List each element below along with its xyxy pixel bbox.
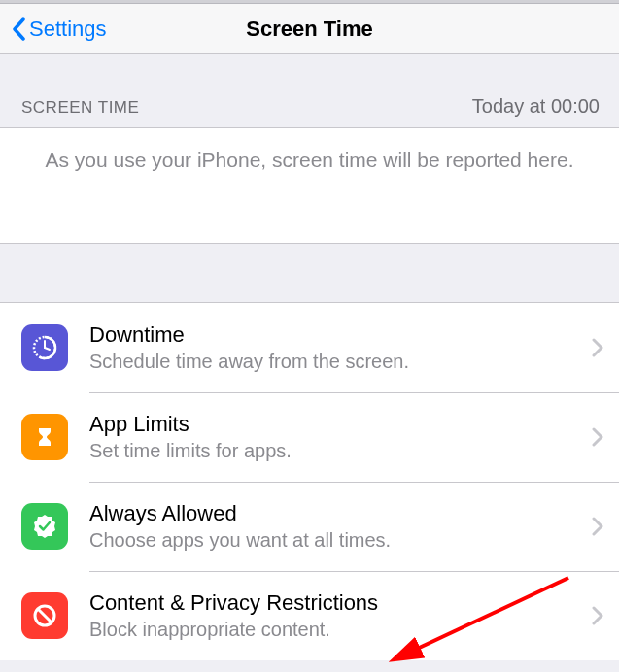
row-text: Downtime Schedule time away from the scr… xyxy=(89,322,582,373)
back-label: Settings xyxy=(29,17,107,42)
row-title: Content & Privacy Restrictions xyxy=(89,590,582,616)
chevron-right-icon xyxy=(592,606,603,625)
info-text: As you use your iPhone, screen time will… xyxy=(46,146,574,174)
navigation-bar: Settings Screen Time xyxy=(0,4,619,54)
row-content-privacy[interactable]: Content & Privacy Restrictions Block ina… xyxy=(0,571,619,660)
row-subtitle: Block inappropriate content. xyxy=(89,619,582,641)
row-always-allowed[interactable]: Always Allowed Choose apps you want at a… xyxy=(0,482,619,571)
row-text: Always Allowed Choose apps you want at a… xyxy=(89,501,582,552)
section-header-label: Screen Time xyxy=(21,98,139,118)
page-title: Screen Time xyxy=(246,17,372,42)
row-downtime[interactable]: Downtime Schedule time away from the scr… xyxy=(0,303,619,392)
row-subtitle: Choose apps you want at all times. xyxy=(89,529,582,552)
section-gap xyxy=(0,244,619,302)
row-text: Content & Privacy Restrictions Block ina… xyxy=(89,590,582,641)
section-header: Screen Time Today at 00:00 xyxy=(0,54,619,127)
check-badge-icon xyxy=(21,503,68,550)
back-button[interactable]: Settings xyxy=(0,17,107,42)
settings-list: Downtime Schedule time away from the scr… xyxy=(0,302,619,660)
chevron-left-icon xyxy=(12,17,25,41)
svg-line-5 xyxy=(38,609,52,622)
no-entry-icon xyxy=(21,592,68,639)
row-title: App Limits xyxy=(89,412,582,437)
screen-time-info-panel: As you use your iPhone, screen time will… xyxy=(0,127,619,244)
clock-icon xyxy=(21,324,68,371)
row-text: App Limits Set time limits for apps. xyxy=(89,412,582,462)
row-title: Always Allowed xyxy=(89,501,582,526)
row-title: Downtime xyxy=(89,322,582,348)
hourglass-icon xyxy=(21,414,68,460)
row-app-limits[interactable]: App Limits Set time limits for apps. xyxy=(0,392,619,482)
row-subtitle: Schedule time away from the screen. xyxy=(89,351,582,373)
chevron-right-icon xyxy=(592,427,603,447)
chevron-right-icon xyxy=(592,517,603,536)
section-header-timestamp: Today at 00:00 xyxy=(472,95,600,118)
chevron-right-icon xyxy=(592,338,603,357)
row-subtitle: Set time limits for apps. xyxy=(89,440,582,462)
svg-line-3 xyxy=(45,348,50,350)
